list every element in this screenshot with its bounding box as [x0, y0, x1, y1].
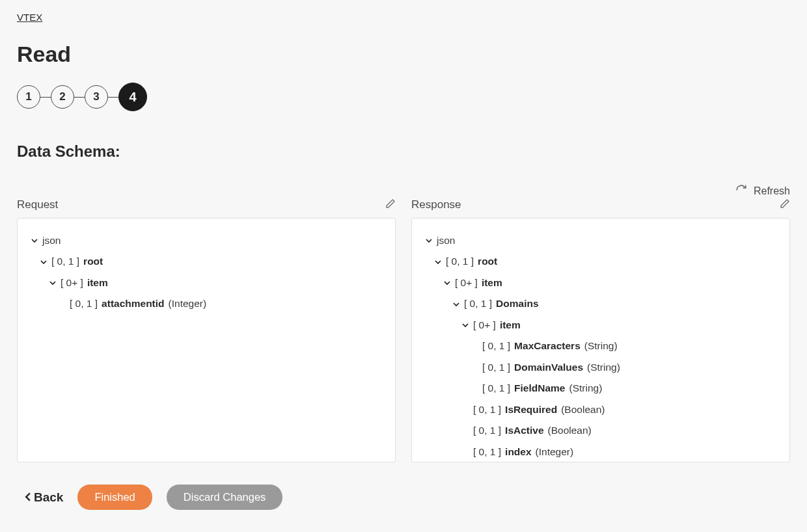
tree-cardinality: [ 0+ ] — [61, 276, 83, 290]
tree-node[interactable]: [ 0, 1 ] Domains — [425, 293, 776, 314]
response-panel-label: Response — [411, 198, 461, 211]
chevron-down-icon — [31, 237, 38, 244]
chevron-down-icon — [425, 237, 433, 244]
step-4[interactable]: 4 — [118, 83, 147, 111]
tree-leaf[interactable]: [ 0, 1 ] FieldName (String) — [425, 378, 776, 399]
tree-name: root — [83, 254, 103, 269]
tree-node[interactable]: json — [31, 230, 382, 251]
edit-icon[interactable] — [780, 198, 790, 211]
refresh-button[interactable]: Refresh — [17, 184, 790, 198]
edit-icon[interactable] — [385, 198, 396, 211]
chevron-down-icon — [461, 322, 469, 328]
tree-type: (String) — [584, 339, 618, 353]
response-tree: json [ 0, 1 ] root [ 0+ ] item [ 0, 1 ] … — [411, 218, 790, 462]
request-tree: json [ 0, 1 ] root [ 0+ ] item [ 0, 1 ] … — [17, 218, 396, 462]
tree-node[interactable]: [ 0+ ] item — [425, 315, 776, 336]
section-heading: Data Schema: — [17, 142, 790, 161]
tree-cardinality: [ 0, 1 ] — [70, 297, 98, 311]
tree-cardinality: [ 0, 1 ] — [482, 381, 510, 395]
finished-button[interactable]: Finished — [77, 485, 152, 510]
tree-label: json — [42, 233, 61, 248]
tree-cardinality: [ 0, 1 ] — [482, 339, 510, 353]
tree-leaf[interactable]: [ 0, 1 ] DomainValues (String) — [425, 357, 776, 378]
tree-node[interactable]: json — [425, 230, 776, 251]
tree-name: item — [87, 276, 108, 290]
step-separator — [74, 97, 85, 98]
tree-name: attachmentid — [102, 297, 164, 311]
chevron-down-icon — [434, 259, 442, 265]
back-label: Back — [34, 490, 63, 505]
tree-label: json — [437, 233, 455, 248]
chevron-down-icon — [49, 280, 57, 286]
tree-name: Domains — [496, 297, 538, 311]
tree-cardinality: [ 0, 1 ] — [446, 254, 474, 269]
step-separator — [108, 97, 118, 98]
tree-name: IsRequired — [505, 403, 557, 417]
tree-cardinality: [ 0, 1 ] — [473, 445, 501, 459]
tree-name: item — [500, 318, 521, 332]
tree-leaf[interactable]: [ 0, 1 ] index (Integer) — [425, 442, 776, 462]
tree-cardinality: [ 0, 1 ] — [482, 360, 510, 375]
tree-type: (Boolean) — [548, 423, 592, 438]
back-button[interactable]: Back — [23, 490, 63, 505]
chevron-down-icon — [452, 301, 460, 308]
request-panel-label: Request — [17, 198, 58, 211]
discard-changes-button[interactable]: Discard Changes — [167, 485, 283, 510]
tree-cardinality: [ 0+ ] — [455, 276, 478, 290]
tree-cardinality: [ 0, 1 ] — [473, 403, 501, 417]
step-2[interactable]: 2 — [51, 85, 74, 109]
step-separator — [40, 97, 51, 98]
stepper: 1 2 3 4 — [17, 83, 790, 111]
chevron-down-icon — [40, 259, 48, 265]
tree-node[interactable]: [ 0, 1 ] root — [425, 251, 776, 272]
tree-type: (String) — [569, 381, 602, 395]
tree-name: DomainValues — [514, 360, 583, 375]
tree-name: FieldName — [514, 381, 565, 395]
page-title: Read — [17, 42, 790, 67]
tree-name: root — [478, 254, 497, 269]
tree-name: item — [482, 276, 502, 290]
tree-leaf[interactable]: [ 0, 1 ] IsRequired (Boolean) — [425, 399, 776, 420]
tree-name: index — [505, 445, 531, 459]
tree-cardinality: [ 0, 1 ] — [464, 297, 492, 311]
step-3[interactable]: 3 — [85, 85, 108, 109]
tree-leaf[interactable]: [ 0, 1 ] MaxCaracters (String) — [425, 336, 776, 356]
tree-type: (Integer) — [536, 445, 574, 459]
tree-type: (Integer) — [169, 297, 207, 311]
tree-node[interactable]: [ 0, 1 ] root — [31, 251, 382, 272]
tree-name: IsActive — [505, 423, 543, 438]
tree-cardinality: [ 0, 1 ] — [51, 254, 79, 269]
tree-cardinality: [ 0+ ] — [473, 318, 496, 332]
tree-type: (String) — [587, 360, 620, 375]
chevron-left-icon — [23, 490, 33, 505]
tree-cardinality: [ 0, 1 ] — [473, 423, 501, 438]
tree-node[interactable]: [ 0+ ] item — [425, 273, 776, 293]
tree-leaf[interactable]: [ 0, 1 ] IsActive (Boolean) — [425, 420, 776, 441]
step-1[interactable]: 1 — [17, 85, 40, 109]
refresh-label: Refresh — [754, 185, 790, 197]
refresh-icon — [735, 184, 747, 198]
tree-leaf[interactable]: [ 0, 1 ] attachmentid (Integer) — [31, 293, 382, 314]
tree-type: (Boolean) — [561, 403, 605, 417]
tree-name: MaxCaracters — [514, 339, 581, 353]
chevron-down-icon — [443, 280, 451, 286]
breadcrumb-link[interactable]: VTEX — [17, 12, 42, 23]
tree-node[interactable]: [ 0+ ] item — [31, 273, 382, 293]
